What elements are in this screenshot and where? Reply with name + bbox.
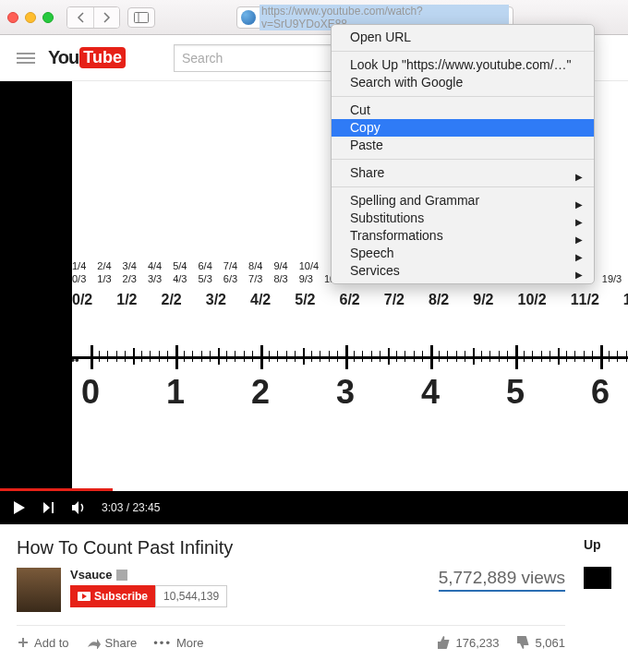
hamburger-menu-icon[interactable]	[17, 53, 35, 64]
chevron-right-icon: ▶	[575, 168, 583, 186]
maximize-window-button[interactable]	[42, 12, 54, 23]
window-controls	[7, 12, 54, 23]
chevron-right-icon: ▶	[575, 266, 583, 283]
back-button[interactable]	[67, 7, 93, 28]
menu-transformations[interactable]: Transformations▶	[332, 227, 594, 245]
menu-look-up[interactable]: Look Up "https://www.youtube.com/…"	[332, 56, 594, 74]
menu-separator	[332, 96, 594, 97]
menu-separator	[332, 159, 594, 160]
like-button[interactable]: 176,233	[436, 635, 499, 650]
up-next-label: Up	[584, 537, 611, 552]
menu-copy[interactable]: Copy	[332, 119, 594, 137]
view-count: 5,772,889 views	[439, 568, 565, 592]
dislike-button[interactable]: 5,061	[515, 635, 565, 650]
logo-text-tube: Tube	[79, 47, 126, 68]
add-to-button[interactable]: Add to	[17, 636, 69, 650]
close-window-button[interactable]	[7, 12, 18, 23]
play-icon[interactable]	[11, 499, 28, 516]
menu-speech[interactable]: Speech▶	[332, 245, 594, 262]
channel-avatar[interactable]	[17, 568, 61, 612]
menu-cut[interactable]: Cut	[332, 102, 594, 119]
video-title: How To Count Past Infinity	[17, 537, 565, 558]
sidebar-column: Up	[584, 537, 611, 650]
menu-search-google[interactable]: Search with Google	[332, 74, 594, 91]
share-button[interactable]: Share	[86, 636, 138, 650]
verified-icon	[116, 570, 127, 581]
logo-text-you: You	[48, 47, 78, 68]
video-info-section: How To Count Past Infinity Vsauce Subscr…	[0, 524, 628, 663]
nav-buttons	[66, 6, 120, 29]
channel-name[interactable]: Vsauce	[70, 568, 319, 582]
svg-rect-0	[135, 12, 149, 22]
subscribe-button[interactable]: Subscribe	[70, 585, 155, 607]
minimize-window-button[interactable]	[25, 12, 36, 23]
next-icon[interactable]	[41, 499, 57, 516]
globe-icon	[241, 10, 256, 25]
time-display: 3:03 / 23:45	[102, 501, 160, 514]
subscriber-count: 10,544,139	[155, 585, 227, 607]
sidebar-video-thumb[interactable]	[584, 567, 611, 589]
fraction-row-2: 0/21/22/23/24/25/26/27/28/29/210/211/212…	[72, 292, 628, 308]
youtube-logo[interactable]: You Tube	[48, 47, 126, 68]
menu-share[interactable]: Share▶	[332, 164, 594, 182]
player-controls: 3:03 / 23:45	[0, 491, 628, 524]
menu-substitutions[interactable]: Substitutions▶	[332, 210, 594, 227]
forward-button[interactable]	[93, 7, 119, 28]
menu-services[interactable]: Services▶	[332, 262, 594, 280]
context-menu: Open URL Look Up "https://www.youtube.co…	[331, 24, 595, 284]
number-line: ••• 0123456	[72, 338, 628, 384]
menu-spelling[interactable]: Spelling and Grammar▶	[332, 192, 594, 210]
sidebar-toggle-button[interactable]	[127, 7, 155, 28]
menu-separator	[332, 186, 594, 187]
menu-open-url[interactable]: Open URL	[332, 29, 594, 46]
menu-separator	[332, 51, 594, 52]
menu-paste[interactable]: Paste	[332, 137, 594, 154]
action-bar: Add to Share •••More 176,233 5,061	[17, 625, 565, 650]
volume-icon[interactable]	[70, 499, 89, 516]
more-button[interactable]: •••More	[153, 636, 203, 650]
